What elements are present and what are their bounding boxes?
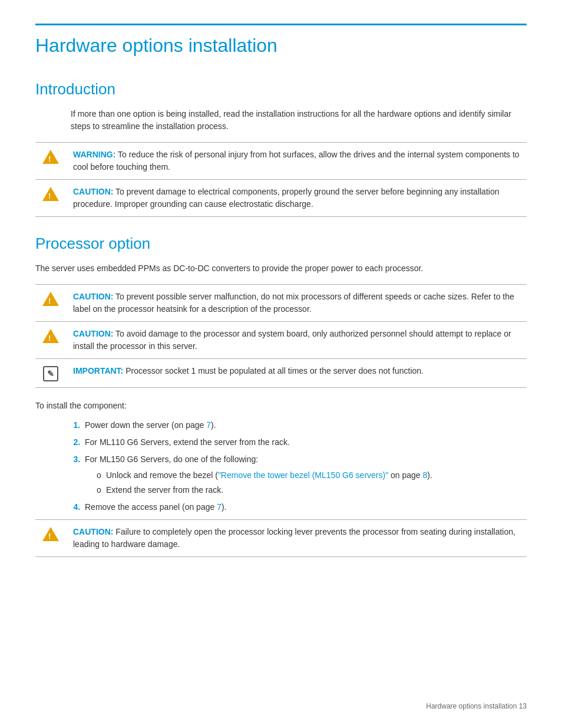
step4-notice-table: CAUTION: Failure to completely open the …	[35, 519, 527, 557]
warning-label: WARNING:	[73, 150, 115, 159]
introduction-notices: WARNING: To reduce the risk of personal …	[35, 142, 527, 217]
processor-important-text: IMPORTANT: Processor socket 1 must be po…	[66, 359, 527, 388]
important-note-icon	[43, 366, 58, 381]
introduction-title: Introduction	[35, 80, 527, 98]
processor-caution-icon-1	[35, 285, 66, 322]
warning-text: To reduce the risk of personal injury fr…	[73, 150, 520, 172]
step-4-text: Remove the access panel (on page	[85, 502, 217, 512]
processor-important-icon	[35, 359, 66, 388]
step-1-text: Power down the server (on page	[85, 420, 206, 430]
step-3-sub-1: Unlock and remove the bezel ("Remove the…	[97, 469, 527, 482]
step-3-subitems: Unlock and remove the bezel ("Remove the…	[85, 469, 527, 496]
step-3-sub-1-end: ).	[427, 470, 432, 480]
processor-caution-row-1: CAUTION: To prevent possible server malf…	[35, 285, 527, 322]
caution-text-cell-intro: CAUTION: To prevent damage to electrical…	[66, 180, 527, 217]
caution-text-1: To prevent possible server malfunction, …	[73, 292, 514, 314]
warning-icon-cell	[35, 143, 66, 180]
processor-section: Processor option The server uses embedde…	[35, 235, 527, 557]
step4-caution-row: CAUTION: Failure to completely open the …	[35, 520, 527, 557]
caution-triangle-1	[42, 292, 59, 306]
step-1: Power down the server (on page 7).	[82, 419, 527, 431]
remove-bezel-link[interactable]: "Remove the tower bezel (ML150 G6 server…	[218, 470, 388, 480]
step4-caution-body: Failure to completely open the processor…	[73, 527, 515, 549]
caution-row-intro: CAUTION: To prevent damage to electrical…	[35, 180, 527, 217]
step-4-text-after: ).	[222, 502, 227, 512]
step-4-link[interactable]: 7	[217, 502, 222, 512]
step-2-text: For ML110 G6 Servers, extend the server …	[85, 437, 290, 447]
processor-caution-row-2: CAUTION: To avoid damage to the processo…	[35, 322, 527, 359]
caution-text-intro: To prevent damage to electrical componen…	[73, 187, 499, 209]
step-3-sub-1-page: on page	[388, 470, 422, 480]
step-3: For ML150 G6 Servers, do one of the foll…	[82, 453, 527, 496]
step-2: For ML110 G6 Servers, extend the server …	[82, 436, 527, 449]
step-3-text: For ML150 G6 Servers, do one of the foll…	[85, 454, 258, 464]
introduction-body: If more than one option is being install…	[71, 108, 527, 133]
step-1-link[interactable]: 7	[206, 420, 211, 430]
caution-triangle-2	[42, 329, 59, 343]
to-install-text: To install the component:	[35, 400, 527, 412]
step-4: Remove the access panel (on page 7).	[82, 501, 527, 513]
processor-caution-icon-2	[35, 322, 66, 359]
step-3-sub-2: Extend the server from the rack.	[97, 484, 527, 496]
page-footer: Hardware options installation 13	[426, 702, 527, 710]
warning-text-cell: WARNING: To reduce the risk of personal …	[66, 143, 527, 180]
installation-steps: Power down the server (on page 7). For M…	[71, 419, 527, 513]
important-label: IMPORTANT:	[73, 366, 123, 375]
page-title: Hardware options installation	[35, 24, 527, 57]
step-3-sub-2-text: Extend the server from the rack.	[106, 485, 223, 495]
processor-body-text: The server uses embedded PPMs as DC-to-D…	[35, 262, 527, 275]
step4-caution-label: CAUTION:	[73, 527, 113, 536]
processor-caution-text-2: CAUTION: To avoid damage to the processo…	[66, 322, 527, 359]
processor-caution-text-1: CAUTION: To prevent possible server malf…	[66, 285, 527, 322]
step-1-text-after: ).	[211, 420, 216, 430]
introduction-section: Introduction If more than one option is …	[35, 80, 527, 217]
important-text: Processor socket 1 must be populated at …	[125, 366, 424, 375]
caution-label-intro: CAUTION:	[73, 187, 113, 196]
processor-notices: CAUTION: To prevent possible server malf…	[35, 284, 527, 388]
processor-important-row: IMPORTANT: Processor socket 1 must be po…	[35, 359, 527, 388]
warning-triangle-icon	[42, 150, 59, 164]
processor-option-title: Processor option	[35, 235, 527, 253]
caution-triangle-icon-intro	[42, 187, 59, 201]
caution-text-2: To avoid damage to the processor and sys…	[73, 329, 511, 351]
caution-label-2: CAUTION:	[73, 329, 113, 338]
step4-caution-triangle	[42, 527, 59, 541]
step-3-sub-1-text: Unlock and remove the bezel (	[106, 470, 218, 480]
caution-icon-cell-intro	[35, 180, 66, 217]
warning-row: WARNING: To reduce the risk of personal …	[35, 143, 527, 180]
step4-caution-icon	[35, 520, 66, 557]
caution-label-1: CAUTION:	[73, 292, 113, 301]
step4-caution-text: CAUTION: Failure to completely open the …	[66, 520, 527, 557]
